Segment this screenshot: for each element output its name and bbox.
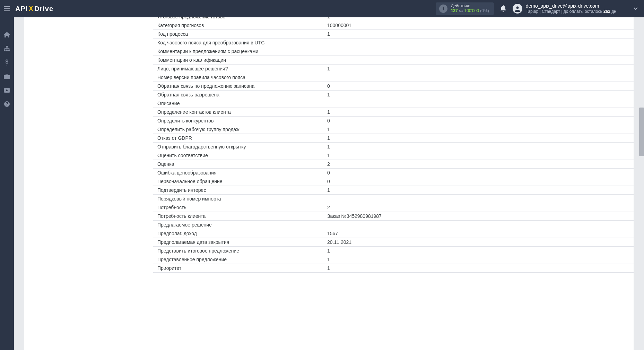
logo[interactable]: API X Drive <box>15 4 53 13</box>
field-value: 1 <box>323 108 634 116</box>
field-label: Предполагаемая дата закрытия <box>153 238 323 246</box>
field-label: Номер версии правила часового пояса <box>153 73 323 82</box>
table-row: Обратная связь по предложению записана0 <box>153 82 634 90</box>
actions-counter[interactable]: Действия: 137 из 100'000 (0%) <box>436 2 494 15</box>
field-label: Код процесса <box>153 29 323 38</box>
field-label: Обратная связь разрешена <box>153 90 323 99</box>
field-label: Ошибка ценообразования <box>153 168 323 177</box>
question-icon <box>4 101 10 107</box>
field-label: Оценка <box>153 160 323 168</box>
table-row: Комментарии к предложениям с расценками <box>153 47 634 56</box>
svg-rect-3 <box>6 46 8 48</box>
left-panel <box>24 17 153 350</box>
user-email: demo_apix_drive@apix-drive.com <box>526 3 616 9</box>
table-row: Определение контактов клиента1 <box>153 108 634 116</box>
field-value: 0 <box>323 168 634 177</box>
chevron-down-icon <box>634 7 638 10</box>
field-value: 0 <box>323 177 634 186</box>
svg-point-0 <box>443 7 444 8</box>
field-value: 0 <box>323 82 634 90</box>
user-icon <box>514 6 521 12</box>
field-label: Порядковый номер импорта <box>153 194 323 203</box>
table-row: Описание <box>153 99 634 108</box>
field-value: 2 <box>323 160 634 168</box>
field-value: 0 <box>323 116 634 125</box>
app-header: API X Drive Действия: 137 из 100'000 (0%… <box>0 0 644 17</box>
notifications-button[interactable] <box>500 5 506 12</box>
field-value: 1 <box>323 186 634 194</box>
field-label: Итоговое предложение готово <box>153 17 323 21</box>
table-row: Оценить соответствие1 <box>153 151 634 160</box>
scrollbar-thumb[interactable] <box>639 108 644 156</box>
field-label: Потребность клиента <box>153 212 323 220</box>
field-label: Подтвердить интерес <box>153 186 323 194</box>
field-label: Отказ от GDPR <box>153 134 323 142</box>
table-row: Приоритет1 <box>153 264 634 272</box>
field-label: Определить конкурентов <box>153 116 323 125</box>
actions-pct: (0%) <box>480 8 489 13</box>
table-row: Итоговое предложение готово1 <box>153 17 634 21</box>
table-row: Лицо, принимающее решения?1 <box>153 64 634 73</box>
sidebar-connections[interactable] <box>3 45 10 52</box>
table-row: Представленное предложение1 <box>153 255 634 264</box>
table-row: Номер версии правила часового пояса <box>153 73 634 82</box>
hamburger-icon <box>4 6 10 11</box>
table-row: Потребность2 <box>153 203 634 212</box>
table-row: Порядковый номер импорта <box>153 194 634 203</box>
table-row: Потребность клиентаЗаказ №3452980981987 <box>153 212 634 220</box>
user-menu[interactable]: demo_apix_drive@apix-drive.com Тариф | С… <box>513 3 638 14</box>
table-row: Обратная связь разрешена1 <box>153 90 634 99</box>
field-value: 100000001 <box>323 21 634 29</box>
table-row: Категория прогнозов100000001 <box>153 21 634 29</box>
field-label: Комментарии о квалификации <box>153 56 323 64</box>
field-value <box>323 194 634 203</box>
field-value: 1 <box>323 264 634 272</box>
actions-count: 137 <box>451 8 458 13</box>
table-row: Отказ от GDPR1 <box>153 134 634 142</box>
field-label: Предлагаемое решение <box>153 220 323 229</box>
field-label: Лицо, принимающее решения? <box>153 64 323 73</box>
table-row: Код процесса1 <box>153 29 634 38</box>
home-icon <box>4 32 10 37</box>
field-value: 1 <box>323 151 634 160</box>
field-value: 1567 <box>323 229 634 238</box>
logo-x: X <box>29 4 33 13</box>
field-value: 1 <box>323 90 634 99</box>
field-value: 1 <box>323 64 634 73</box>
field-value: 1 <box>323 17 634 21</box>
table-row: Определить рабочую группу продаж1 <box>153 125 634 134</box>
field-value <box>323 38 634 47</box>
table-row: Определить конкурентов0 <box>153 116 634 125</box>
table-row: Оценка2 <box>153 160 634 168</box>
sidebar-billing[interactable] <box>3 59 10 66</box>
sidebar-home[interactable] <box>3 31 10 38</box>
sidebar-briefcase[interactable] <box>3 73 10 80</box>
field-value <box>323 220 634 229</box>
actions-of: из <box>459 8 463 13</box>
sidebar-video[interactable] <box>3 87 10 94</box>
field-label: Оценить соответствие <box>153 151 323 160</box>
field-label: Приоритет <box>153 264 323 272</box>
briefcase-icon <box>4 74 10 79</box>
field-label: Код часового пояса для преобразования в … <box>153 38 323 47</box>
menu-toggle[interactable] <box>0 0 14 17</box>
actions-stats: 137 из 100'000 (0%) <box>451 9 489 14</box>
field-label: Первоначальное обращение <box>153 177 323 186</box>
field-value: 1 <box>323 142 634 151</box>
avatar <box>513 4 522 14</box>
field-value: 1 <box>323 246 634 255</box>
field-label: Описание <box>153 99 323 108</box>
actions-label: Действия: <box>451 4 489 9</box>
table-row: Первоначальное обращение0 <box>153 177 634 186</box>
table-row: Предлагаемое решение <box>153 220 634 229</box>
field-value: 2 <box>323 203 634 212</box>
field-value: 20.11.2021 <box>323 238 634 246</box>
field-label: Категория прогнозов <box>153 21 323 29</box>
sidebar-help[interactable] <box>3 101 10 108</box>
table-row: Комментарии о квалификации <box>153 56 634 64</box>
logo-api: API <box>15 5 28 13</box>
bell-icon <box>500 5 506 12</box>
field-value <box>323 99 634 108</box>
actions-text: Действия: 137 из 100'000 (0%) <box>451 4 489 14</box>
sidebar <box>0 17 14 350</box>
